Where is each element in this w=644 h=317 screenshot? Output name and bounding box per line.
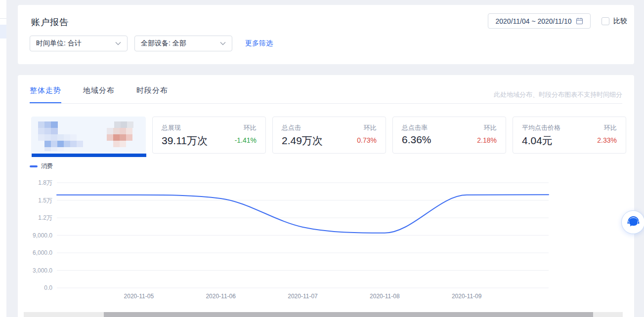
x-axis-tick: 2020-11-07 <box>288 293 318 300</box>
y-axis-tick: 1.2万 <box>38 214 52 221</box>
sidebar-edge <box>0 0 6 317</box>
metric-card-clicks[interactable]: 总点击 环比 2.49万次 0.73% <box>272 117 386 154</box>
compare-checkbox[interactable] <box>601 17 609 25</box>
y-axis-tick: 1.5万 <box>38 197 52 204</box>
x-axis-tick: 2020-11-09 <box>452 293 482 300</box>
date-range-value: 2020/11/04 ~ 2020/11/10 <box>495 17 571 25</box>
horizontal-scrollbar-thumb[interactable] <box>104 312 593 317</box>
metric-value: 2.49万次 <box>282 134 323 148</box>
metric-ratio-label: 环比 <box>604 123 617 132</box>
legend-line-swatch <box>30 165 38 167</box>
page-title: 账户报告 <box>31 16 69 28</box>
customer-service-button[interactable] <box>621 210 644 234</box>
metric-card-ctr[interactable]: 总点击率 环比 6.36% 2.18% <box>392 117 506 154</box>
blurred-metric-mosaic <box>32 117 146 154</box>
time-unit-value: 时间单位: 合计 <box>36 39 82 48</box>
tabs-note: 此处地域分布、时段分布图表不支持时间细分 <box>494 90 622 99</box>
metric-ratio-value: 0.73% <box>357 136 377 144</box>
horizontal-scrollbar-track[interactable] <box>24 312 623 317</box>
compare-option: 比较 <box>601 17 627 26</box>
metric-ratio-label: 环比 <box>364 123 377 132</box>
y-axis-tick: 3,000.0 <box>33 267 52 274</box>
sidebar-divider <box>0 18 6 19</box>
metric-value: 39.11万次 <box>162 134 208 148</box>
chevron-down-icon <box>220 41 226 45</box>
metric-card-avg-cpc[interactable]: 平均点击价格 环比 4.04元 2.33% <box>513 117 626 154</box>
metric-label: 平均点击价格 <box>522 123 560 132</box>
y-axis-tick: 9,000.0 <box>33 232 52 239</box>
y-axis-tick: 6,000.0 <box>33 249 52 256</box>
device-dropdown[interactable]: 全部设备: 全部 <box>134 36 232 51</box>
compare-label: 比较 <box>613 17 627 26</box>
metric-value: 4.04元 <box>522 134 553 148</box>
y-axis-tick: 1.8万 <box>38 179 52 186</box>
chevron-down-icon <box>115 41 121 45</box>
y-axis-tick: 0.0 <box>44 284 52 291</box>
trend-line-chart: 1.8万1.5万1.2万9,000.06,000.03,000.00.02020… <box>18 174 634 307</box>
metric-label: 总展现 <box>162 123 181 132</box>
calendar-icon <box>576 17 583 25</box>
x-axis-tick: 2020-11-05 <box>124 293 154 300</box>
more-filters-link[interactable]: 更多筛选 <box>245 39 273 48</box>
filter-row: 时间单位: 合计 全部设备: 全部 更多筛选 <box>30 36 273 51</box>
metric-label: 总点击率 <box>402 123 428 132</box>
metric-ratio-label: 环比 <box>484 123 497 132</box>
date-range-picker[interactable]: 2020/11/04 ~ 2020/11/10 <box>488 13 591 29</box>
time-unit-dropdown[interactable]: 时间单位: 合计 <box>30 36 128 51</box>
metric-cards: 总展现 环比 39.11万次 -1.41% 总点击 环比 2.49万次 0.73… <box>31 117 626 154</box>
legend-label: 消费 <box>41 162 53 170</box>
metric-value: 6.36% <box>402 134 431 146</box>
selected-metric-underline <box>32 154 146 157</box>
metric-card-consume-selected[interactable] <box>31 117 146 154</box>
x-axis-tick: 2020-11-08 <box>370 293 400 300</box>
metric-ratio-value: 2.18% <box>477 136 497 144</box>
metric-ratio-value: -1.41% <box>235 136 257 144</box>
metric-card-impressions[interactable]: 总展现 环比 39.11万次 -1.41% <box>152 117 266 154</box>
tabs-divider <box>30 103 622 104</box>
report-header-panel: 账户报告 2020/11/04 ~ 2020/11/10 比较 时间单位: 合计… <box>18 5 634 64</box>
tabs: 整体走势 地域分布 时段分布 <box>30 86 190 104</box>
chart-legend[interactable]: 消费 <box>30 162 53 170</box>
x-axis-tick: 2020-11-06 <box>206 293 236 300</box>
device-value: 全部设备: 全部 <box>141 39 186 48</box>
metric-ratio-label: 环比 <box>244 123 257 132</box>
tab-time-distribution[interactable]: 时段分布 <box>136 86 168 104</box>
tab-overall-trend[interactable]: 整体走势 <box>30 86 61 104</box>
metric-ratio-value: 2.33% <box>597 136 617 144</box>
metric-label: 总点击 <box>282 123 301 132</box>
tab-region-distribution[interactable]: 地域分布 <box>83 86 115 104</box>
report-body-panel: 整体走势 地域分布 时段分布 此处地域分布、时段分布图表不支持时间细分 <box>18 75 634 317</box>
chat-headset-icon <box>627 216 640 229</box>
sidebar-active-item-edge <box>0 25 6 39</box>
